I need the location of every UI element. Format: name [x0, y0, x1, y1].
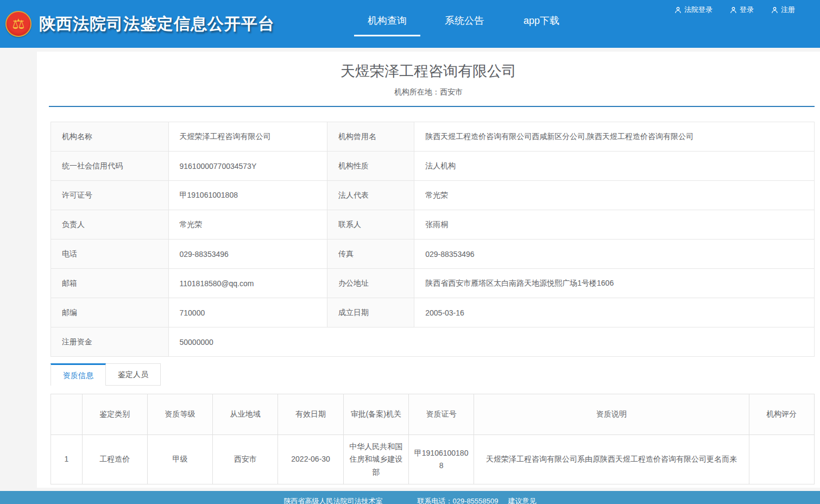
cell-valid-date: 2022-06-30 — [278, 435, 343, 484]
column-header: 资质等级 — [147, 394, 212, 435]
footer-phone: 联系电话：029-85558509 — [418, 496, 499, 504]
detail-label: 传真 — [327, 240, 414, 269]
detail-value: 陕西天煜工程造价咨询有限公司西咸新区分公司,陕西天煜工程造价咨询有限公司 — [414, 122, 815, 152]
detail-value: 710000 — [168, 298, 327, 327]
detail-value: 029-88353496 — [414, 240, 815, 269]
cell-org-score — [749, 435, 814, 484]
page-footer: 陕西省高级人民法院司法技术室 联系电话：029-85558509 建议意见 — [0, 491, 820, 504]
org-location: 机构所在地：西安市 — [37, 87, 820, 97]
detail-value: 天煜荣泽工程咨询有限公司 — [168, 122, 327, 152]
page-title: 天煜荣泽工程咨询有限公司 — [37, 61, 820, 81]
cell-description: 天煜荣泽工程咨询有限公司系由原陕西天煜工程造价咨询有限公司更名而来 — [474, 435, 749, 484]
footer-department: 陕西省高级人民法院司法技术室 — [284, 496, 383, 504]
detail-value: 甲191061001808 — [168, 181, 327, 210]
court-login-link[interactable]: 法院登录 — [674, 5, 712, 15]
nav-item-system-notice[interactable]: 系统公告 — [431, 14, 497, 36]
column-header: 资质说明 — [474, 394, 749, 435]
detail-label: 联系人 — [327, 210, 414, 240]
user-icon — [730, 7, 737, 14]
content-card: 天煜荣泽工程咨询有限公司 机构所在地：西安市 机构名称 天煜荣泽工程咨询有限公司… — [37, 52, 820, 488]
table-row: 电话 029-88353496 传真 029-88353496 — [51, 240, 815, 269]
column-header: 机构评分 — [749, 394, 814, 435]
table-row: 机构名称 天煜荣泽工程咨询有限公司 机构曾用名 陕西天煜工程造价咨询有限公司西咸… — [51, 122, 815, 152]
table-row: 邮箱 1101818580@qq.com 办公地址 陕西省西安市雁塔区太白南路天… — [51, 269, 815, 298]
column-header: 有效日期 — [278, 394, 343, 435]
brand-link[interactable]: ⚖ 陕西法院司法鉴定信息公开平台 — [5, 0, 275, 48]
table-row: 邮编 710000 成立日期 2005-03-16 — [51, 298, 815, 327]
detail-value: 2005-03-16 — [414, 298, 815, 327]
table-row: 许可证号 甲191061001808 法人代表 常光荣 — [51, 181, 815, 210]
detail-label: 许可证号 — [51, 181, 169, 210]
detail-label: 法人代表 — [327, 181, 414, 210]
org-details-table: 机构名称 天煜荣泽工程咨询有限公司 机构曾用名 陕西天煜工程造价咨询有限公司西咸… — [51, 122, 815, 357]
table-row: 负责人 常光荣 联系人 张雨桐 — [51, 210, 815, 240]
register-link[interactable]: 注册 — [771, 5, 795, 15]
detail-label: 邮编 — [51, 298, 169, 327]
qualification-table: 鉴定类别 资质等级 从业地域 有效日期 审批(备案)机关 资质证号 资质说明 机… — [51, 394, 815, 484]
footer-suggestion-link[interactable]: 建议意见 — [508, 496, 536, 504]
column-header: 审批(备案)机关 — [343, 394, 408, 435]
court-emblem-icon: ⚖ — [5, 11, 31, 37]
detail-label: 负责人 — [51, 210, 169, 240]
cell-grade: 甲级 — [147, 435, 212, 484]
column-header: 从业地域 — [213, 394, 278, 435]
user-icon — [674, 7, 682, 14]
nav-item-app-download[interactable]: app下载 — [508, 14, 575, 36]
detail-value: 029-88353496 — [168, 240, 327, 269]
detail-label: 成立日期 — [327, 298, 414, 327]
cell-certificate-no: 甲191061001808 — [409, 435, 474, 484]
table-row: 1 工程造价 甲级 西安市 2022-06-30 中华人民共和国住房和城乡建设部… — [51, 435, 815, 484]
detail-value: 陕西省西安市雁塔区太白南路天地源悦熙广场1号楼1606 — [414, 269, 815, 298]
detail-value: 91610000770034573Y — [168, 152, 327, 181]
column-header: 资质证号 — [409, 394, 474, 435]
main-nav: 机构查询 系统公告 app下载 — [354, 14, 585, 36]
detail-label: 机构曾用名 — [327, 122, 414, 152]
detail-label: 机构名称 — [51, 122, 169, 152]
detail-label: 机构性质 — [327, 152, 414, 181]
cell-region: 西安市 — [213, 435, 278, 484]
cell-index: 1 — [51, 435, 83, 484]
cell-category: 工程造价 — [82, 435, 147, 484]
user-icon — [771, 7, 778, 14]
detail-tabs: 资质信息 鉴定人员 — [51, 363, 820, 386]
nav-item-org-search[interactable]: 机构查询 — [354, 14, 420, 36]
table-row: 统一社会信用代码 91610000770034573Y 机构性质 法人机构 — [51, 152, 815, 181]
detail-value: 法人机构 — [414, 152, 815, 181]
column-header: 鉴定类别 — [82, 394, 147, 435]
detail-label: 注册资金 — [51, 327, 169, 357]
tab-appraisers[interactable]: 鉴定人员 — [105, 363, 161, 386]
detail-value: 常光荣 — [414, 181, 815, 210]
column-header-index — [51, 394, 83, 435]
detail-value: 1101818580@qq.com — [168, 269, 327, 298]
detail-value: 常光荣 — [168, 210, 327, 240]
detail-value: 张雨桐 — [414, 210, 815, 240]
detail-label: 电话 — [51, 240, 169, 269]
detail-value: 50000000 — [168, 327, 814, 357]
account-links: 法院登录 登录 注册 — [674, 5, 795, 15]
detail-label: 办公地址 — [327, 269, 414, 298]
detail-label: 统一社会信用代码 — [51, 152, 169, 181]
title-divider — [49, 106, 815, 107]
cell-approval-authority: 中华人民共和国住房和城乡建设部 — [343, 435, 408, 484]
tab-qualification-info[interactable]: 资质信息 — [51, 363, 106, 386]
top-header: ⚖ 陕西法院司法鉴定信息公开平台 机构查询 系统公告 app下载 法院登录 登录… — [0, 0, 820, 48]
table-row: 注册资金 50000000 — [51, 327, 815, 357]
table-header-row: 鉴定类别 资质等级 从业地域 有效日期 审批(备案)机关 资质证号 资质说明 机… — [51, 394, 815, 435]
site-title: 陕西法院司法鉴定信息公开平台 — [39, 13, 275, 35]
login-link[interactable]: 登录 — [730, 5, 754, 15]
detail-label: 邮箱 — [51, 269, 169, 298]
